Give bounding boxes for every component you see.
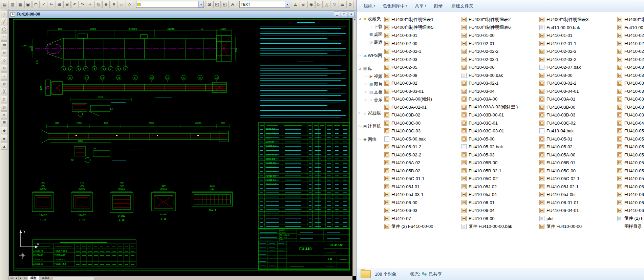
- cad-draw-tool-icon[interactable]: ◆: [1, 127, 8, 134]
- file-item[interactable]: FU410-05C: [617, 159, 644, 167]
- file-item[interactable]: FU410-03B-00-01: [461, 111, 537, 119]
- sidebar-item[interactable]: ▷ ▶ 视频: [357, 72, 382, 80]
- sidebar-item[interactable]: ◷ 最近访问的位置: [357, 38, 382, 46]
- file-item[interactable]: FU410-03C: [617, 111, 644, 119]
- file-item[interactable]: FU410-05J-03-1: [384, 191, 460, 199]
- file-item[interactable]: FU410-02-: [617, 56, 644, 64]
- cad-draw-tool-icon[interactable]: ▯: [1, 96, 8, 103]
- expander-icon[interactable]: ◢: [359, 67, 362, 70]
- toolbar-button[interactable]: 刻录: [431, 1, 447, 11]
- drawing-canvas[interactable]: 663 2000 n×2000 ≥1250 L1 1000 1091 140 0…: [9, 18, 352, 276]
- cad-toolbar-icon[interactable]: ▤: [1, 1, 8, 8]
- cad-draw-tool-icon[interactable]: ⊙: [1, 65, 8, 72]
- cad-toolbar-icon[interactable]: ◎: [94, 1, 102, 8]
- file-item[interactable]: FU410-05J-05: [539, 191, 615, 199]
- sidebar-item[interactable]: ↓ 下载: [357, 23, 382, 30]
- cad-toolbar-icon[interactable]: A: [229, 1, 236, 8]
- file-item[interactable]: FU410-05B-01: [539, 159, 615, 167]
- file-item[interactable]: FU410-05B-02-1: [461, 167, 537, 175]
- tab-scroll-first[interactable]: |◀: [9, 276, 14, 280]
- file-item[interactable]: FU410-06-04: [461, 207, 537, 215]
- file-item[interactable]: FU410-03C-01: [461, 119, 537, 127]
- file-item[interactable]: 复件 (2) Fu: [617, 215, 644, 223]
- file-item[interactable]: FU410-03-02-1: [461, 79, 537, 87]
- file-item[interactable]: FU410-03A: [617, 87, 644, 95]
- restore-button[interactable]: □: [341, 12, 347, 17]
- file-item[interactable]: FU410-03-04-01: [539, 87, 615, 95]
- file-item[interactable]: FU410-02-02-1: [384, 47, 460, 56]
- file-item[interactable]: FU410-02-: [617, 31, 644, 40]
- cad-toolbar-icon[interactable]: ✓: [40, 1, 47, 8]
- cad-draw-tool-icon[interactable]: ◯: [1, 26, 8, 33]
- file-item[interactable]: FU410-06-01: [461, 199, 537, 207]
- file-item[interactable]: FU410-02-00: [384, 40, 460, 48]
- file-item[interactable]: FU410-05C-02: [461, 175, 537, 183]
- cad-toolbar-icon[interactable]: ∠: [292, 1, 299, 8]
- file-item[interactable]: FU410-06-: [617, 199, 644, 207]
- cad-toolbar-icon[interactable]: △: [323, 1, 330, 8]
- tab-scroll-next[interactable]: ▶: [19, 276, 23, 280]
- file-item[interactable]: FU410-05-: [617, 135, 644, 143]
- file-item[interactable]: FU410-05C-02-1: [539, 175, 615, 183]
- file-item[interactable]: FU410-05B-02: [384, 167, 460, 175]
- toolbar-button[interactable]: 共享▾: [412, 1, 429, 11]
- sidebar-item[interactable]: ▷ ☁ WPS网盘: [357, 51, 382, 59]
- file-item[interactable]: FU410-06-: [617, 207, 644, 215]
- cad-toolbar-icon[interactable]: ☰: [339, 1, 346, 8]
- cad-toolbar-icon[interactable]: ⊟: [63, 1, 71, 8]
- file-item[interactable]: FU410-05B: [617, 151, 644, 159]
- cad-toolbar-icon[interactable]: ▦: [17, 1, 24, 8]
- scrollbar-thumb[interactable]: [353, 21, 357, 41]
- tab-model[interactable]: 模型: [28, 276, 39, 280]
- file-item[interactable]: FU410-03B-02: [384, 111, 460, 119]
- file-item[interactable]: FU410-05-01: [539, 135, 615, 143]
- file-item[interactable]: FU410-02-02-3: [539, 47, 615, 56]
- cad-toolbar-icon[interactable]: ▣: [24, 1, 32, 8]
- file-item[interactable]: FU410-05C-01-1: [384, 175, 460, 183]
- file-item[interactable]: FU410-03-04: [461, 87, 537, 95]
- sidebar-item[interactable]: ▷ ◉ 网络: [357, 135, 382, 143]
- cad-draw-tool-icon[interactable]: +: [1, 10, 8, 17]
- file-item[interactable]: FU410-05-00.bak: [384, 135, 460, 143]
- cad-draw-tool-icon[interactable]: ◠: [1, 34, 8, 41]
- sidebar-item[interactable]: ◢ ★ 收藏夹: [357, 15, 382, 23]
- cad-toolbar-icon[interactable]: ◉: [307, 1, 315, 8]
- expander-icon[interactable]: ▷: [365, 98, 368, 101]
- file-item[interactable]: FU410-03C-03-01: [461, 127, 537, 135]
- file-item[interactable]: 复件 Fu410-00-00.bak: [461, 222, 537, 231]
- cad-toolbar-icon[interactable]: ⊞: [56, 1, 63, 8]
- chevron-down-icon[interactable]: ▼: [198, 1, 203, 7]
- file-item[interactable]: FU410-05-00: [461, 135, 537, 143]
- file-item[interactable]: FU410-01-01: [539, 31, 615, 40]
- file-item[interactable]: FU410-07: [384, 215, 460, 223]
- file-item[interactable]: FU410-05B-00: [461, 159, 537, 167]
- file-item[interactable]: FU400自制件明细表6: [461, 24, 537, 32]
- file-item[interactable]: Fu410-00-0: [617, 24, 644, 32]
- close-button[interactable]: ×: [348, 12, 355, 17]
- cad-draw-tool-icon[interactable]: ╳: [1, 88, 8, 95]
- file-item[interactable]: FU410-05-01-2: [384, 143, 460, 151]
- expander-icon[interactable]: ◢: [359, 17, 362, 20]
- file-item[interactable]: FU410-03B-00: [539, 103, 615, 111]
- file-item[interactable]: FU410-05-: [617, 127, 644, 135]
- file-item[interactable]: FU410-01-00: [461, 31, 537, 40]
- file-item[interactable]: FU410-03-: [617, 63, 644, 71]
- cad-draw-tool-icon[interactable]: ▲: [1, 143, 8, 150]
- file-item[interactable]: FU410-04: [617, 119, 644, 127]
- file-item[interactable]: FU410-03C-00: [384, 119, 460, 127]
- file-item[interactable]: FU410-03-: [617, 79, 644, 87]
- file-item[interactable]: FU410-03-02: [384, 79, 460, 87]
- file-item[interactable]: FU410-05-03: [461, 151, 537, 159]
- document-title-bar[interactable]: Fu410-00-00 ▁ □ ×: [9, 10, 356, 18]
- cad-draw-tool-icon[interactable]: ■: [1, 135, 8, 142]
- file-item[interactable]: Fu410-00-00.bak: [539, 24, 615, 32]
- file-item[interactable]: FU410-03A-00(倾斜): [384, 95, 460, 103]
- file-item[interactable]: FU410-03AA-02(倾斜型 ): [461, 103, 537, 111]
- expander-icon[interactable]: ▷: [365, 90, 368, 93]
- file-item[interactable]: FU410-05-02: [539, 143, 615, 151]
- expander-icon[interactable]: ▷: [359, 138, 362, 141]
- file-item[interactable]: FU410-05-02-2: [384, 151, 460, 159]
- sidebar-item[interactable]: ◢ ▤ 库: [357, 65, 382, 72]
- cad-draw-tool-icon[interactable]: ⊕: [1, 80, 8, 87]
- tab-scroll-prev[interactable]: ◀: [14, 276, 19, 280]
